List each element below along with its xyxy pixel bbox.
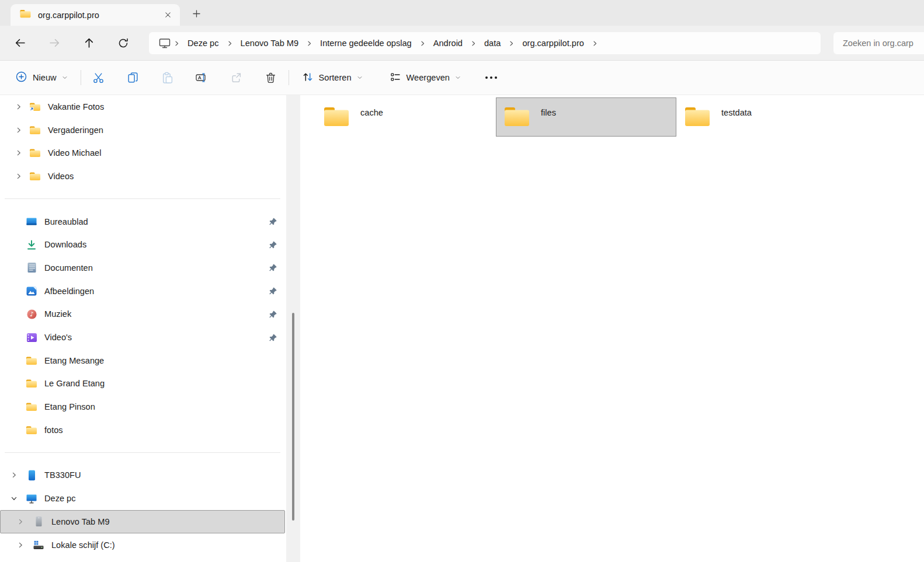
up-button[interactable] [76,33,102,54]
sidebar-item-vergaderingen[interactable]: Vergaderingen [0,118,285,142]
file-list: cache files testdata [300,95,924,562]
new-tab-button[interactable] [188,6,204,23]
folder-icon [20,9,31,20]
folder-icon [503,106,530,136]
folder-icon [25,356,38,365]
refresh-button[interactable] [110,33,136,54]
this-pc-icon [25,493,38,504]
new-button-label: Nieuw [33,73,57,82]
sidebar-item-muziek[interactable]: ♪ Muziek [0,303,285,326]
breadcrumb-item[interactable]: Deze pc [181,39,225,48]
sidebar-item-lokale-schijf-c[interactable]: Lokale schijf (C:) [0,533,285,557]
chevron-right-icon[interactable] [507,40,516,47]
tab-title: org.carppilot.pro [38,11,160,20]
sort-button-label: Sorteren [319,73,352,82]
paste-button [150,66,185,89]
cut-button[interactable] [81,66,116,89]
videos-icon [25,333,38,343]
chevron-down-icon [455,73,461,82]
sidebar-divider [0,442,286,464]
pin-icon[interactable] [269,240,277,249]
chevron-right-icon[interactable] [15,127,23,134]
close-icon[interactable] [160,8,175,23]
search-input[interactable]: Zoeken in org.carp [833,32,924,54]
desktop-icon [25,217,38,227]
folder-icon [323,106,350,136]
more-button[interactable] [478,66,504,89]
folder-shortcut-icon [29,102,41,111]
sidebar-item-bureaublad[interactable]: Bureaublad [0,210,285,233]
delete-icon [265,72,277,84]
address-bar[interactable]: Deze pc Lenovo Tab M9 Interne gedeelde o… [149,32,821,54]
sort-button[interactable]: Sorteren [295,67,370,89]
sidebar-item-label: Etang Mesange [44,356,104,365]
sidebar-item-label: Video Michael [48,148,101,158]
sidebar-item-fotos[interactable]: fotos [0,418,285,442]
breadcrumb-item[interactable]: org.carppilot.pro [516,39,590,48]
pictures-icon [25,286,38,296]
sort-icon [302,71,314,85]
sidebar-item-label: Le Grand Etang [44,379,105,388]
chevron-right-icon[interactable] [225,40,234,47]
file-tile-files[interactable]: files [496,97,676,137]
downloads-icon [25,239,38,250]
navigation-bar: Deze pc Lenovo Tab M9 Interne gedeelde o… [0,26,924,61]
view-button[interactable]: Weergeven [383,67,468,89]
sidebar-item-vakantie-fotos[interactable]: Vakantie Fotos [0,95,285,118]
cut-icon [92,72,105,84]
folder-icon [684,106,711,136]
chevron-right-icon[interactable] [590,40,599,47]
tab-org-carppilot-pro[interactable]: org.carppilot.pro [11,4,180,26]
chevron-right-icon[interactable] [469,40,478,47]
chevron-right-icon[interactable] [15,149,23,156]
pin-icon[interactable] [269,217,277,226]
sidebar-item-downloads[interactable]: Downloads [0,233,285,256]
sidebar-scrollbar[interactable] [286,95,300,562]
chevron-right-icon[interactable] [15,103,23,110]
chevron-right-icon[interactable] [16,518,25,525]
rename-button[interactable] [185,66,219,89]
sidebar-item-tb330fu[interactable]: TB330FU [0,464,285,487]
file-tile-cache[interactable]: cache [315,97,496,137]
file-tile-testdata[interactable]: testdata [676,97,857,137]
delete-button[interactable] [253,66,288,89]
copy-button[interactable] [116,66,150,89]
sidebar-item-label: Bureaublad [44,217,88,226]
sidebar-item-videos[interactable]: Videos [0,165,285,188]
pin-icon[interactable] [269,333,277,342]
pin-icon[interactable] [269,310,277,319]
sidebar-item-le-grand-etang[interactable]: Le Grand Etang [0,372,285,396]
folder-icon [29,125,41,135]
sidebar-item-videos-library[interactable]: Video's [0,326,285,349]
sidebar-item-etang-mesange[interactable]: Etang Mesange [0,349,285,372]
chevron-right-icon[interactable] [305,40,314,47]
tablet-icon [32,516,45,527]
sidebar-item-label: Vergaderingen [48,125,103,135]
forward-button [41,33,67,54]
chevron-right-icon[interactable] [15,173,23,180]
refresh-icon [117,37,129,49]
chevron-down-icon[interactable] [10,495,18,502]
back-button[interactable] [7,33,33,54]
sidebar-item-label: Video's [44,333,72,342]
sidebar-item-video-michael[interactable]: Video Michael [0,141,285,165]
pin-icon[interactable] [269,287,277,295]
new-button[interactable]: Nieuw [9,66,74,90]
breadcrumb-item[interactable]: Interne gedeelde opslag [314,39,418,48]
sidebar-item-etang-pinson[interactable]: Etang Pinson [0,395,285,418]
chevron-right-icon[interactable] [418,40,427,47]
sidebar-item-deze-pc[interactable]: Deze pc [0,487,285,510]
pin-icon[interactable] [269,263,277,272]
chevron-right-icon[interactable] [172,40,181,47]
breadcrumb-item[interactable]: Lenovo Tab M9 [234,39,305,48]
scrollbar-thumb[interactable] [292,313,294,521]
share-button [219,66,253,89]
sidebar-item-afbeeldingen[interactable]: Afbeeldingen [0,280,285,303]
sidebar-item-lenovo-tab-m9[interactable]: Lenovo Tab M9 [0,510,285,533]
sidebar-item-documenten[interactable]: Documenten [0,256,285,280]
chevron-right-icon[interactable] [10,472,18,479]
chevron-right-icon[interactable] [16,542,25,549]
nav-buttons [7,26,136,60]
breadcrumb-item[interactable]: data [478,39,507,48]
breadcrumb-item[interactable]: Android [427,39,469,48]
